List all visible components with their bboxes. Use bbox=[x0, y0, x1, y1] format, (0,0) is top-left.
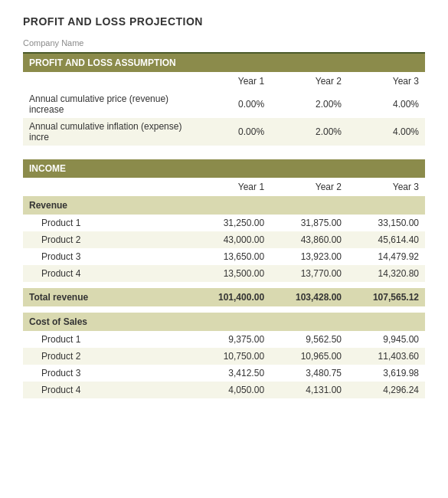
cost-row-label: Product 4 bbox=[23, 382, 193, 398]
income-col-label bbox=[23, 178, 193, 196]
total-revenue-year2: 103,428.00 bbox=[270, 288, 348, 306]
table-row: Annual cumulative inflation (expense) in… bbox=[23, 118, 425, 146]
revenue-row-label: Product 4 bbox=[23, 265, 193, 282]
assumption-row-label: Annual cumulative inflation (expense) in… bbox=[23, 118, 193, 146]
table-row: Product 4 4,050.00 4,131.00 4,296.24 bbox=[23, 382, 425, 398]
revenue-row-year2: 31,875.00 bbox=[270, 215, 348, 231]
revenue-row-year3: 14,479.92 bbox=[348, 248, 425, 265]
company-label: Company Name bbox=[23, 37, 425, 49]
assumption-row-year1: 0.00% bbox=[193, 90, 270, 118]
table-row: Product 3 3,412.50 3,480.75 3,619.98 bbox=[23, 365, 425, 382]
cost-row-year2: 4,131.00 bbox=[270, 382, 348, 398]
spacer-row bbox=[23, 282, 425, 288]
revenue-row-label: Product 1 bbox=[23, 215, 193, 231]
cost-row-year3: 11,403.60 bbox=[348, 348, 425, 365]
table-row: Product 4 13,500.00 13,770.00 14,320.80 bbox=[23, 265, 425, 282]
table-row: Annual cumulative price (revenue) increa… bbox=[23, 90, 425, 118]
cost-row-year3: 4,296.24 bbox=[348, 382, 425, 398]
cost-row-label: Product 3 bbox=[23, 365, 193, 382]
cost-row-label: Product 1 bbox=[23, 331, 193, 348]
assumption-col-year1: Year 1 bbox=[193, 72, 270, 90]
income-col-year3: Year 3 bbox=[348, 178, 425, 196]
cost-row-label: Product 2 bbox=[23, 348, 193, 365]
revenue-row-year1: 31,250.00 bbox=[193, 215, 270, 231]
income-col-year2: Year 2 bbox=[270, 178, 348, 196]
revenue-subheader-row: Revenue bbox=[23, 196, 425, 215]
revenue-row-year3: 14,320.80 bbox=[348, 265, 425, 282]
income-section-header: INCOME bbox=[23, 159, 425, 178]
assumption-section-header: PROFIT AND LOSS ASSUMPTION bbox=[23, 54, 425, 72]
revenue-row-year3: 33,150.00 bbox=[348, 215, 425, 231]
revenue-row-year1: 13,500.00 bbox=[193, 265, 270, 282]
assumption-row-year1: 0.00% bbox=[193, 118, 270, 146]
assumption-col-year3: Year 3 bbox=[348, 72, 425, 90]
income-col-year1: Year 1 bbox=[193, 178, 270, 196]
total-revenue-row: Total revenue 101,400.00 103,428.00 107,… bbox=[23, 288, 425, 306]
cost-row-year2: 10,965.00 bbox=[270, 348, 348, 365]
table-row: Product 2 43,000.00 43,860.00 45,614.40 bbox=[23, 231, 425, 248]
cost-row-year3: 3,619.98 bbox=[348, 365, 425, 382]
assumption-table: Year 1 Year 2 Year 3 Annual cumulative p… bbox=[23, 72, 425, 146]
cost-of-sales-subheader-row: Cost of Sales bbox=[23, 313, 425, 331]
assumption-row-year2: 2.00% bbox=[270, 118, 348, 146]
income-table: Year 1 Year 2 Year 3 Revenue Product 1 3… bbox=[23, 178, 425, 398]
assumption-row-label: Annual cumulative price (revenue) increa… bbox=[23, 90, 193, 118]
table-row: Product 3 13,650.00 13,923.00 14,479.92 bbox=[23, 248, 425, 265]
cost-row-year3: 9,945.00 bbox=[348, 331, 425, 348]
total-revenue-year3: 107,565.12 bbox=[348, 288, 425, 306]
total-revenue-year1: 101,400.00 bbox=[193, 288, 270, 306]
revenue-row-label: Product 2 bbox=[23, 231, 193, 248]
total-revenue-label: Total revenue bbox=[23, 288, 193, 306]
revenue-row-year3: 45,614.40 bbox=[348, 231, 425, 248]
table-row: Product 2 10,750.00 10,965.00 11,403.60 bbox=[23, 348, 425, 365]
cost-row-year1: 10,750.00 bbox=[193, 348, 270, 365]
assumption-col-label bbox=[23, 72, 193, 90]
revenue-row-year1: 13,650.00 bbox=[193, 248, 270, 265]
revenue-row-year2: 13,770.00 bbox=[270, 265, 348, 282]
revenue-subheader-label: Revenue bbox=[23, 196, 425, 215]
assumption-row-year2: 2.00% bbox=[270, 90, 348, 118]
spacer-row bbox=[23, 306, 425, 313]
cost-row-year1: 9,375.00 bbox=[193, 331, 270, 348]
cost-of-sales-subheader-label: Cost of Sales bbox=[23, 313, 425, 331]
page-title: PROFIT AND LOSS PROJECTION bbox=[23, 15, 425, 28]
assumption-col-year2: Year 2 bbox=[270, 72, 348, 90]
company-row: Company Name bbox=[23, 37, 425, 54]
cost-row-year1: 4,050.00 bbox=[193, 382, 270, 398]
table-row: Product 1 31,250.00 31,875.00 33,150.00 bbox=[23, 215, 425, 231]
cost-row-year1: 3,412.50 bbox=[193, 365, 270, 382]
revenue-row-label: Product 3 bbox=[23, 248, 193, 265]
assumption-row-year3: 4.00% bbox=[348, 118, 425, 146]
cost-row-year2: 3,480.75 bbox=[270, 365, 348, 382]
assumption-row-year3: 4.00% bbox=[348, 90, 425, 118]
revenue-row-year2: 43,860.00 bbox=[270, 231, 348, 248]
revenue-row-year1: 43,000.00 bbox=[193, 231, 270, 248]
table-row: Product 1 9,375.00 9,562.50 9,945.00 bbox=[23, 331, 425, 348]
revenue-row-year2: 13,923.00 bbox=[270, 248, 348, 265]
cost-row-year2: 9,562.50 bbox=[270, 331, 348, 348]
